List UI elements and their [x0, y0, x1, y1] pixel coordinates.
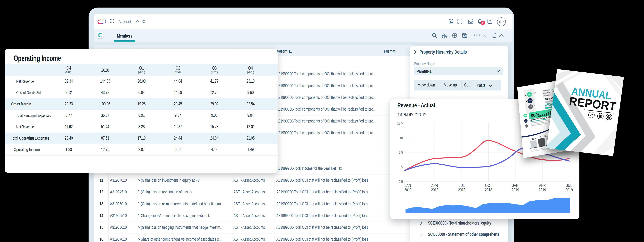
svg-text:2019: 2019 — [566, 188, 573, 192]
svg-text:2018: 2018 — [404, 188, 412, 192]
svg-text:+12.0: +12.0 — [540, 135, 546, 138]
svg-text:10: 10 — [400, 136, 403, 140]
svg-text:2018: 2018 — [431, 188, 438, 192]
svg-text:7.5: 7.5 — [399, 150, 403, 155]
svg-text:12.5: 12.5 — [397, 121, 403, 125]
svg-text:JAN: JAN — [405, 184, 411, 188]
svg-text:JAN: JAN — [512, 184, 518, 188]
svg-text:5: 5 — [401, 165, 403, 169]
svg-text:APR: APR — [539, 184, 546, 188]
svg-text:JUL: JUL — [566, 184, 572, 188]
svg-text:2018: 2018 — [458, 188, 465, 192]
svg-text:2018: 2018 — [485, 188, 492, 192]
svg-text:APR: APR — [431, 184, 438, 188]
svg-text:OCT: OCT — [485, 184, 492, 188]
svg-text:JUL: JUL — [459, 184, 465, 188]
svg-text:2019: 2019 — [539, 188, 546, 192]
svg-text:2.5: 2.5 — [399, 180, 403, 184]
svg-text:2019: 2019 — [512, 188, 519, 192]
svg-text:+10.3: +10.3 — [530, 137, 536, 141]
